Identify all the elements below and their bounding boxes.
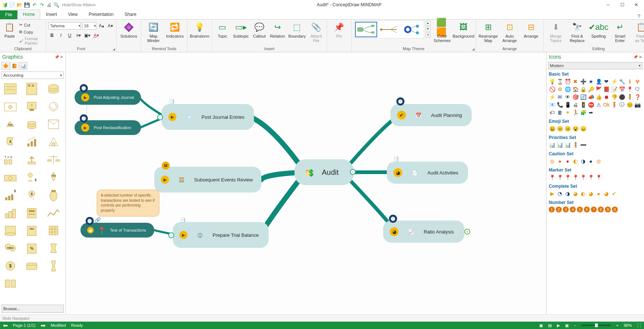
caution-4-icon[interactable]: ◐ — [572, 158, 579, 164]
view-mode-4-icon[interactable]: ▣ — [565, 323, 569, 328]
panel-close-icon[interactable]: ✕ — [639, 55, 642, 59]
collapse-button[interactable]: − — [157, 114, 163, 120]
topic-post-journal-entries[interactable]: ▶ 📨 Post Journal Entries — [162, 104, 254, 130]
complete-37-icon[interactable]: ◕ — [572, 190, 579, 197]
copy-button[interactable]: ⧉Copy — [18, 29, 44, 35]
num-9-icon[interactable]: 9 — [605, 207, 611, 212]
zoom-fit-button[interactable]: ⛶ — [637, 323, 641, 328]
auto-arrange-button[interactable]: ⊡Auto Arrange — [500, 21, 520, 43]
emoji-angry-icon[interactable]: 😠 — [580, 125, 586, 132]
view-mode-2-icon[interactable]: ▤ — [548, 323, 552, 328]
emoji-surprised-icon[interactable]: 😮 — [572, 125, 579, 132]
shape-item[interactable]: $ — [23, 99, 41, 114]
caution-1-icon[interactable]: ◎ — [549, 158, 555, 164]
central-topic[interactable]: 📁 Audit — [295, 159, 354, 185]
theme-up-button[interactable]: ▴ — [426, 21, 431, 26]
complete-87-icon[interactable]: ◕ — [603, 190, 610, 197]
arrange-button[interactable]: ⊟Arrange — [521, 21, 541, 38]
heart-icon[interactable]: ❤ — [603, 78, 610, 85]
like-icon[interactable]: 👍 — [595, 94, 602, 100]
view-mode-1-icon[interactable]: ▣ — [539, 323, 543, 328]
callout-button[interactable]: 💬Callout — [251, 21, 268, 38]
graphics-tab-3[interactable]: 📊 — [19, 62, 27, 70]
slide-navigator-bar[interactable]: Slide Navigator — [0, 314, 644, 322]
underline-button[interactable]: U — [66, 32, 73, 39]
print-icon[interactable]: 🖨 — [572, 101, 579, 108]
zoom-slider[interactable] — [582, 325, 611, 326]
priority-med-icon[interactable]: 📊 — [557, 142, 563, 148]
help-icon[interactable]: ? — [637, 13, 640, 19]
complete-75-icon[interactable]: ● — [595, 190, 602, 197]
window-close-button[interactable]: ✕ — [631, 1, 642, 8]
grow-font-button[interactable]: A▴ — [98, 22, 105, 30]
shape-item[interactable]: $ — [23, 187, 41, 203]
home-icon[interactable]: 🏠 — [572, 86, 579, 93]
bolt-icon[interactable]: ⚡ — [611, 78, 617, 85]
caution-6-icon[interactable]: ● — [588, 158, 594, 164]
radiation-icon[interactable]: ☢ — [634, 78, 641, 85]
cut-button[interactable]: ✂Cut — [18, 22, 44, 28]
callout-note[interactable]: A selected number of specific transactio… — [97, 190, 159, 217]
arrow-icon[interactable]: ➡ — [588, 109, 594, 116]
shape-item[interactable] — [45, 258, 62, 274]
num-5-icon[interactable]: 5 — [577, 207, 583, 212]
map-minder-button[interactable]: 🔄 Map Minder — [144, 21, 163, 43]
phone-icon[interactable]: 📞 — [557, 101, 563, 108]
attach-file-button[interactable]: 📎Attach File — [308, 21, 324, 43]
subtopic-button[interactable]: ▭▸Subtopic — [232, 21, 250, 38]
pin-icon[interactable]: 📍 — [626, 86, 633, 93]
tab-home[interactable]: Home — [17, 10, 40, 19]
gear-icon[interactable]: ⚙ — [557, 86, 563, 93]
shape-item[interactable] — [1, 223, 19, 238]
smart-enter-button[interactable]: ↵Smart Enter — [610, 21, 630, 43]
tab-share[interactable]: Share — [119, 10, 142, 19]
topic-subsequent-events-review[interactable]: ▶ 🧮 Subsequent Events Review — [154, 167, 261, 193]
warn-icon[interactable]: ⚠ — [595, 101, 602, 108]
smile-icon[interactable]: 😊 — [626, 101, 633, 108]
shield-icon[interactable]: 🛡 — [634, 86, 641, 93]
topic-test-of-transactions[interactable]: ◕ 📍 Test of Transactions — [80, 223, 154, 238]
maptheme-dialog-launcher[interactable]: ◢ — [472, 47, 475, 51]
emoji-sad-icon[interactable]: ☹️ — [564, 125, 571, 132]
window-maximize-button[interactable]: ☐ — [617, 1, 628, 8]
merge-topics-button[interactable]: ⬇Merge Topics — [546, 21, 566, 43]
priority-high-icon[interactable]: 📊 — [549, 142, 555, 148]
marker-1-icon[interactable]: 📍 — [549, 174, 555, 181]
star-icon[interactable]: ★ — [588, 78, 594, 85]
collapse-right-button[interactable]: − — [350, 169, 356, 175]
shape-item[interactable] — [23, 117, 41, 132]
calendar-icon[interactable]: 📅 — [619, 86, 625, 93]
graphics-tab-2[interactable]: 📙 — [10, 62, 18, 70]
complete-play-icon[interactable]: ▶ — [549, 190, 555, 197]
cancel-icon[interactable]: ✖ — [572, 78, 579, 85]
format-painter-button[interactable]: 🖌Format Painter — [18, 36, 44, 46]
priority-person-icon[interactable]: 🧍 — [572, 142, 579, 148]
zoom-out-button[interactable]: − — [574, 323, 576, 328]
shape-item[interactable] — [45, 99, 62, 114]
emoji-neutral-icon[interactable]: 😐 — [557, 125, 563, 132]
num-3-icon[interactable]: 3 — [563, 207, 569, 212]
link-icon[interactable]: 🔗 — [94, 217, 101, 223]
background-button[interactable]: 🖼Background — [454, 21, 473, 38]
tab-presentation[interactable]: Presentation — [83, 10, 119, 19]
topic-button[interactable]: ▭Topic — [214, 21, 231, 38]
font-color-button[interactable]: A▾ — [93, 32, 100, 39]
icon-style-select[interactable]: Modern▾ — [548, 62, 643, 69]
browse-button[interactable]: Browse... — [1, 305, 64, 313]
key-icon[interactable]: 🔑 — [588, 86, 594, 93]
shape-item[interactable] — [45, 205, 62, 221]
status-next-button[interactable]: ➡ — [41, 322, 45, 329]
dislike-icon[interactable]: 👎 — [611, 94, 617, 100]
num-0-icon[interactable]: 0 — [612, 207, 618, 212]
note-indicator-icon[interactable]: 📑 — [393, 156, 399, 162]
qat-new-icon[interactable]: 📄 — [9, 1, 16, 8]
boundary-button[interactable]: ⬚Boundary — [287, 21, 307, 38]
complete-done-icon[interactable]: ✔ — [611, 190, 617, 197]
shape-item[interactable]: T A X — [1, 152, 19, 167]
complete-62-icon[interactable]: ◕ — [588, 190, 594, 197]
theme-gallery[interactable] — [354, 21, 424, 38]
emoji-happy-icon[interactable]: 😀 — [549, 125, 555, 132]
lock-icon[interactable]: 🔒 — [580, 86, 586, 93]
status-prev-button[interactable]: ⬅ — [3, 322, 8, 329]
sun-icon[interactable]: ☀ — [564, 109, 571, 116]
